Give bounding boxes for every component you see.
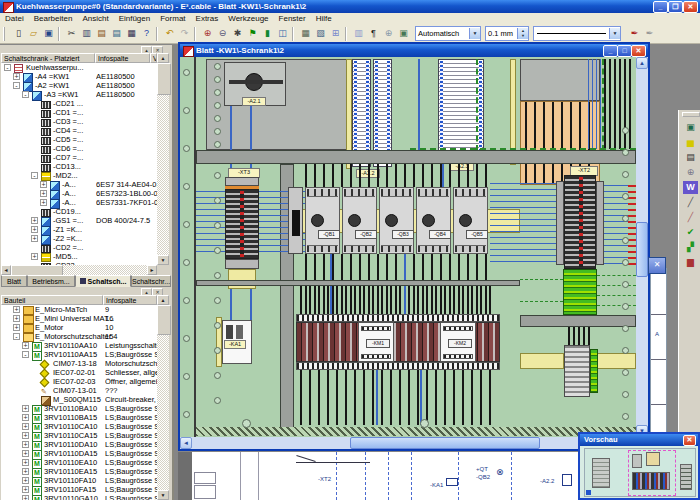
toolbar-grip[interactable] <box>682 112 700 117</box>
scroll-up-icon[interactable]: ▲ <box>157 295 169 305</box>
wire-color-icon[interactable]: ✒ <box>628 26 642 41</box>
part-tree-row[interactable]: +M3RV10110BA15LS;Baugrösse S00 <box>1 413 157 422</box>
part-tree-row[interactable]: ✎CIM07-13-01??? <box>1 386 157 395</box>
expand-icon[interactable]: + <box>22 441 29 448</box>
contactor-module[interactable]: -KM2 <box>440 322 476 362</box>
expand-icon[interactable]: + <box>40 199 47 206</box>
placed-tree-vscrollbar[interactable]: ▲ ▼ <box>157 53 169 265</box>
menu-item-einfügen[interactable]: Einfügen <box>114 14 156 23</box>
expand-icon[interactable]: + <box>22 468 29 475</box>
part-tree-row[interactable]: +E_Micro-MaTch9 <box>1 305 157 314</box>
drawing-minimize-button[interactable]: _ <box>603 45 618 57</box>
place-text-icon[interactable]: W <box>682 180 699 195</box>
part-tree-row[interactable]: -M3RV10110AA15LS;Baugrösse S00 <box>1 350 157 359</box>
part-tree-row[interactable]: -E_Motorschutzschalter154 <box>1 332 157 341</box>
column-header[interactable]: Infospalte <box>95 53 150 63</box>
find-icon[interactable]: ✱ <box>231 26 245 41</box>
motor-breaker[interactable]: -QB4 <box>416 187 451 254</box>
expand-icon[interactable]: + <box>13 306 20 313</box>
lower-terminal-block[interactable] <box>564 345 590 397</box>
expand-icon[interactable]: + <box>40 181 47 188</box>
placed-tree-row[interactable]: -CD2 =... <box>1 243 157 252</box>
pilcrow-icon[interactable]: ¶ <box>367 26 381 41</box>
placed-tree-row[interactable]: -CD4 =... <box>1 126 157 135</box>
minimize-button[interactable]: _ <box>653 1 668 13</box>
expand-icon[interactable]: + <box>31 235 38 242</box>
toolbar-grip[interactable] <box>3 27 8 41</box>
collapse-icon[interactable]: - <box>13 82 20 89</box>
terminal-block-xt2[interactable] <box>564 175 596 269</box>
collapse-icon[interactable]: - <box>4 64 11 71</box>
mode-combobox[interactable]: Automatisch ▼ <box>415 26 481 41</box>
window-icon[interactable]: ◫ <box>276 26 290 41</box>
columns-icon[interactable]: ▥ <box>352 26 366 41</box>
scrollbar-thumb[interactable] <box>350 437 540 449</box>
part-tree-row[interactable]: +M3RV10110CA10LS;Baugrösse S00 <box>1 422 157 431</box>
scroll-left-icon[interactable]: ◄ <box>1 265 11 275</box>
line-width-spinner[interactable]: 0.1 mm ▲▼ <box>485 26 529 41</box>
preview-close-button[interactable]: ✕ <box>683 435 696 446</box>
scroll-up-icon[interactable]: ▲ <box>636 57 648 69</box>
placed-tree-row[interactable]: +-A...6ES7331-7KF01-0... <box>1 198 157 207</box>
menu-item-hilfe[interactable]: Hilfe <box>311 14 337 23</box>
help-icon[interactable]: ? <box>140 26 154 41</box>
placed-tree-row[interactable]: +-A4 =KW1AE1180500 <box>1 72 157 81</box>
chevron-down-icon[interactable]: ▼ <box>609 28 620 39</box>
part-tree-row[interactable]: IEC07-02-01Schliesser, allgeme... <box>1 368 157 377</box>
undo-icon[interactable]: ↶ <box>163 26 177 41</box>
cabinet-layout-canvas[interactable]: -A2.1 -A2.2 -A2.3 <box>180 57 636 437</box>
snap-icon[interactable]: ⊞ <box>329 26 343 41</box>
placed-tree-row[interactable]: -CD5 =... <box>1 135 157 144</box>
motor-breaker[interactable]: -QB1 <box>305 187 340 254</box>
crosshair-icon[interactable]: ⊕ <box>382 26 396 41</box>
draw-line-icon[interactable]: ╱ <box>682 210 699 225</box>
close-button[interactable]: ✕ <box>683 1 698 13</box>
placed-tree-row[interactable]: --A2 =KW1AE1180500 <box>1 81 157 90</box>
collapse-icon[interactable]: - <box>22 91 29 98</box>
scroll-right-icon[interactable]: ► <box>147 265 157 275</box>
expand-icon[interactable]: + <box>22 432 29 439</box>
part-tree-row[interactable]: +M3RV10110GA10LS;Baugrösse S00 <box>1 494 157 500</box>
expand-icon[interactable]: + <box>31 226 38 233</box>
grid-icon[interactable]: ▦ <box>299 26 313 41</box>
part-tree-row[interactable]: +M3RV10110CA15LS;Baugrösse S00 <box>1 431 157 440</box>
placed-tree-row[interactable]: --A3 =KW1AE1180500 <box>1 90 157 99</box>
spinner-arrows-icon[interactable]: ▲▼ <box>517 28 528 39</box>
check-icon[interactable]: ✔ <box>682 225 699 240</box>
new-icon[interactable]: ▯ <box>12 26 26 41</box>
grid-edit-icon[interactable]: ▧ <box>314 26 328 41</box>
autoconnect-icon[interactable]: ▞ <box>682 240 699 255</box>
preview-canvas[interactable] <box>580 446 698 498</box>
panel-view-icon[interactable]: ▆ <box>682 255 699 270</box>
motor-breaker[interactable]: -QB3 <box>379 187 414 254</box>
panel-header[interactable]: ▴ ✕ <box>0 287 172 295</box>
placed-tree-row[interactable]: +-A...6ES7323-1BL00-0... <box>1 189 157 198</box>
placed-tree-row[interactable]: -CD21 ... <box>1 99 157 108</box>
part-tree-row[interactable]: +M3RV10110BA10LS;Baugrösse S00 <box>1 404 157 413</box>
part-tree-row[interactable]: +M3RV10110FA15LS;Baugrösse S00 <box>1 485 157 494</box>
drawing-vscrollbar[interactable]: ▲ ▼ <box>636 57 648 437</box>
menu-item-extras[interactable]: Extras <box>191 14 224 23</box>
terminal-block-xt3[interactable] <box>225 189 259 259</box>
print-icon[interactable]: ▦ <box>125 26 139 41</box>
placed-tree-row[interactable]: -CD19... <box>1 207 157 216</box>
expand-icon[interactable]: + <box>22 342 29 349</box>
measure-icon[interactable]: ╱ <box>682 195 699 210</box>
sheet-icon[interactable]: ▮ <box>261 26 275 41</box>
placed-tree-row[interactable]: +-MD5... <box>1 252 157 261</box>
aux-module[interactable] <box>288 187 303 254</box>
tab-schaltsch-[interactable]: Schaltsch... <box>75 275 131 287</box>
expand-icon[interactable]: + <box>22 423 29 430</box>
part-tree-row[interactable]: M_S00QM115Circuit-breaker, siz... <box>1 395 157 404</box>
expand-icon[interactable]: + <box>40 190 47 197</box>
menu-item-ansicht[interactable]: Ansicht <box>77 14 113 23</box>
contactor-module[interactable]: -KM1 <box>358 322 394 362</box>
placed-tree-row[interactable]: +-A...6ES7 314-AE04-0... <box>1 180 157 189</box>
motor-breaker[interactable]: -QB2 <box>342 187 377 254</box>
line-style-combobox[interactable]: ▼ <box>533 26 621 41</box>
wire-color-disabled-icon[interactable]: ✒ <box>643 26 657 41</box>
placed-tree-row[interactable]: +-GS1 =...DOB 400/24-7.5 <box>1 216 157 225</box>
title-bar[interactable]: Kuehlwasserpumpe#0 (Standardvariante) - … <box>0 0 700 13</box>
expand-icon[interactable]: + <box>22 405 29 412</box>
placed-tree-row[interactable]: -CD13... <box>1 162 157 171</box>
